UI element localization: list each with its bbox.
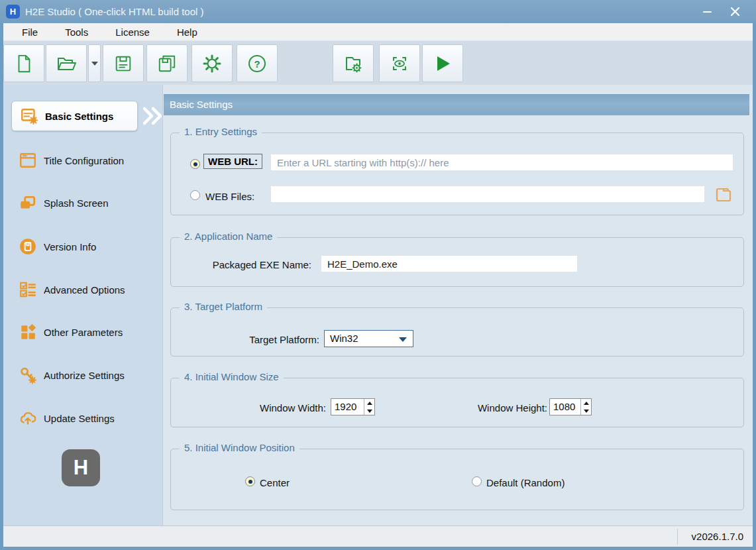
menu-help[interactable]: Help <box>169 23 205 41</box>
preview-eye-icon <box>389 53 410 74</box>
browse-folder-icon[interactable] <box>714 185 733 203</box>
minimize-icon <box>703 11 712 13</box>
exe-name-label: Packaged EXE Name: <box>197 259 311 270</box>
app-logo-icon: H <box>6 5 20 19</box>
group-title: 4. Initial Window Size <box>180 371 284 382</box>
preview-button[interactable] <box>379 44 420 82</box>
close-icon <box>730 7 740 17</box>
section-expand-chevron-icon[interactable] <box>140 105 164 127</box>
new-file-button[interactable] <box>3 44 44 82</box>
window-title: H2E Studio ( One-click HTML build tool ) <box>25 0 204 23</box>
settings-button[interactable] <box>191 44 233 82</box>
sidebar-item-basic-settings[interactable]: Basic Settings <box>11 101 138 131</box>
position-center-radio[interactable] <box>245 476 255 486</box>
group-window-size: 4. Initial Window Size Window Width: 192… <box>170 378 744 427</box>
menu-tools[interactable]: Tools <box>57 23 96 41</box>
group-entry-settings: 1. Entry Settings WEB URL: WEB Files: <box>170 133 744 215</box>
status-separator <box>677 529 678 545</box>
sidebar-item-authorize-settings[interactable]: Authorize Settings <box>11 364 141 386</box>
sidebar: Basic Settings Title Configuration <box>3 85 162 525</box>
window-height-stepper[interactable]: 1080 <box>549 398 592 415</box>
group-window-position: 5. Initial Window Position Center Defaul… <box>170 449 744 510</box>
browser-window-icon <box>19 151 37 170</box>
help-icon: ? <box>246 53 268 74</box>
position-center-label[interactable]: Center <box>260 477 290 488</box>
splash-screens-icon <box>19 193 37 212</box>
group-title: 3. Target Platform <box>180 301 267 312</box>
sidebar-item-label: Authorize Settings <box>44 370 125 381</box>
sidebar-item-advanced-options[interactable]: Advanced Options <box>11 278 141 301</box>
web-url-label[interactable]: WEB URL: <box>203 154 262 169</box>
sidebar-item-other-parameters[interactable]: Other Parameters <box>11 321 141 343</box>
position-default-label[interactable]: Default (Random) <box>486 477 565 488</box>
folder-gear-icon <box>343 53 364 74</box>
web-url-input[interactable] <box>270 154 733 171</box>
minimize-button[interactable] <box>696 0 718 23</box>
sidebar-item-version-info[interactable]: Version Info <box>11 235 141 258</box>
document-gear-icon <box>20 107 38 125</box>
exe-name-input[interactable] <box>321 255 578 272</box>
main-panel: Basic Settings 1. Entry Settings WEB URL… <box>162 85 753 525</box>
target-platform-value: Win32 <box>330 333 358 344</box>
sidebar-item-label: Title Configuration <box>44 155 124 166</box>
sidebar-item-label: Splash Screen <box>44 197 109 209</box>
group-target-platform: 3. Target Platform Target Platform: Win3… <box>170 307 744 357</box>
brand-logo: H <box>62 449 100 486</box>
open-dropdown-button[interactable] <box>88 44 101 82</box>
group-title: 1. Entry Settings <box>180 126 262 137</box>
titlebar: H H2E Studio ( One-click HTML build tool… <box>0 0 756 23</box>
group-title: 5. Initial Window Position <box>180 442 299 453</box>
group-title: 2. Application Name <box>180 231 277 242</box>
open-folder-icon <box>56 53 77 74</box>
svg-text:?: ? <box>254 58 260 69</box>
version-text: v2026.1.7.0 <box>692 526 743 547</box>
position-default-radio[interactable] <box>472 476 482 486</box>
package-config-button[interactable] <box>333 44 374 82</box>
group-application-name: 2. Application Name Packaged EXE Name: <box>170 237 744 287</box>
stepper-down-icon[interactable] <box>581 407 591 415</box>
run-button[interactable] <box>422 44 463 82</box>
window-width-value: 1920 <box>331 399 364 415</box>
sidebar-item-title-configuration[interactable]: Title Configuration <box>11 149 141 172</box>
target-platform-select[interactable]: Win32 <box>324 330 413 347</box>
grid-squares-icon <box>19 323 37 341</box>
web-files-radio[interactable] <box>190 190 200 200</box>
open-folder-button[interactable] <box>46 44 87 82</box>
sidebar-item-update-settings[interactable]: Update Settings <box>11 407 141 429</box>
sidebar-item-label: Advanced Options <box>44 284 125 296</box>
web-files-input[interactable] <box>270 186 705 203</box>
sidebar-item-label: Update Settings <box>44 413 115 424</box>
window-height-label: Window Height: <box>469 402 547 413</box>
menubar: File Tools License Help <box>3 23 753 41</box>
sidebar-item-label: Other Parameters <box>44 327 123 338</box>
statusbar: v2026.1.7.0 <box>3 525 753 547</box>
web-files-label[interactable]: WEB Files: <box>205 191 254 202</box>
stepper-up-icon[interactable] <box>364 399 374 407</box>
save-all-icon <box>157 54 177 74</box>
menu-file[interactable]: File <box>14 23 46 41</box>
app-window: H H2E Studio ( One-click HTML build tool… <box>0 0 756 550</box>
close-button[interactable] <box>724 0 746 23</box>
version-badge-icon <box>19 237 37 256</box>
web-url-radio[interactable] <box>190 159 200 169</box>
sidebar-item-splash-screen[interactable]: Splash Screen <box>11 192 141 214</box>
run-play-icon <box>432 53 453 74</box>
stepper-down-icon[interactable] <box>364 407 374 415</box>
key-gear-icon <box>19 366 37 384</box>
page-title: Basic Settings <box>164 94 749 115</box>
stepper-up-icon[interactable] <box>581 399 591 407</box>
gear-icon <box>201 53 223 74</box>
chevron-down-icon <box>399 337 407 342</box>
save-button[interactable] <box>103 44 144 82</box>
save-all-button[interactable] <box>146 44 188 82</box>
toolbar: ? <box>3 41 753 85</box>
window-width-stepper[interactable]: 1920 <box>331 398 375 415</box>
new-file-icon <box>14 54 34 74</box>
checklist-icon <box>19 280 37 299</box>
window-height-value: 1080 <box>550 399 580 415</box>
help-button[interactable]: ? <box>237 44 278 82</box>
menu-license[interactable]: License <box>107 23 158 41</box>
sidebar-item-label: Version Info <box>44 241 96 252</box>
save-icon <box>113 54 133 74</box>
target-platform-label: Target Platform: <box>231 334 319 345</box>
